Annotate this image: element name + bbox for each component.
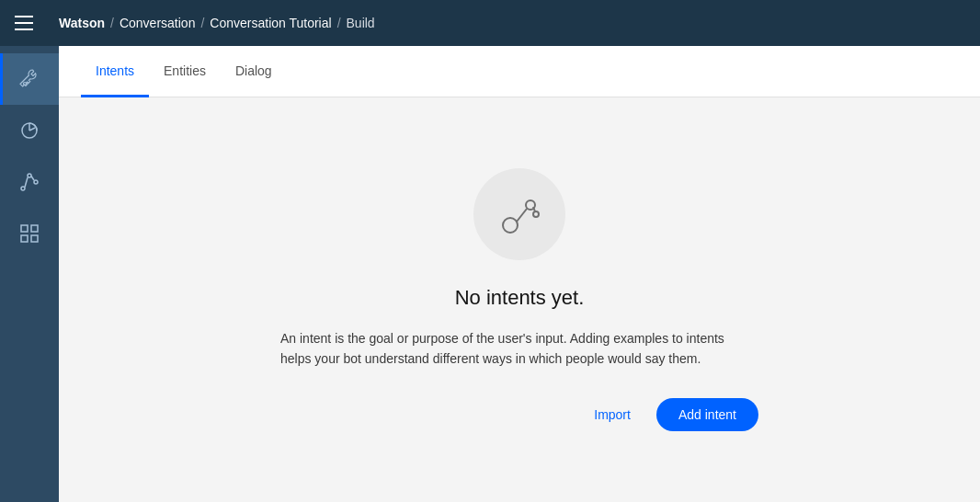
svg-line-16 [517,209,527,222]
svg-point-5 [28,174,31,177]
sidebar [0,46,59,502]
svg-rect-11 [21,235,28,242]
main-content: No intents yet. An intent is the goal or… [59,97,980,502]
empty-state: No intents yet. An intent is the goal or… [280,168,758,432]
analytics-icon [18,120,40,142]
hamburger-menu[interactable] [15,8,44,38]
breadcrumb-build: Build [347,16,375,30]
tab-entities[interactable]: Entities [149,46,221,97]
svg-point-0 [24,83,27,86]
breadcrumb-sep-3: / [337,16,341,30]
tab-dialog[interactable]: Dialog [221,46,287,97]
svg-rect-9 [21,225,28,232]
tabs-bar: Intents Entities Dialog [59,46,980,97]
svg-line-7 [25,177,28,188]
graph-icon [18,171,40,193]
svg-rect-12 [31,235,38,242]
main-layout: Intents Entities Dialog [0,46,980,502]
topbar: Watson / Conversation / Conversation Tut… [0,0,980,46]
svg-point-15 [533,211,539,217]
svg-point-4 [21,187,25,190]
grid-icon [18,222,40,245]
empty-title: No intents yet. [455,286,585,310]
svg-point-6 [34,180,38,184]
sidebar-item-graph[interactable] [0,156,59,208]
add-intent-button[interactable]: Add intent [656,398,758,431]
action-row: Import Add intent [583,398,758,431]
import-button[interactable]: Import [583,400,642,429]
sidebar-item-tools[interactable] [0,53,59,105]
sidebar-item-analytics[interactable] [0,105,59,156]
breadcrumb-sep-1: / [110,16,114,30]
tools-icon [18,68,40,90]
content-area: Intents Entities Dialog [59,46,980,502]
breadcrumb-tutorial[interactable]: Conversation Tutorial [210,16,331,30]
breadcrumb: Watson / Conversation / Conversation Tut… [59,16,375,30]
tab-intents[interactable]: Intents [81,46,149,97]
svg-line-8 [31,177,34,181]
breadcrumb-conversation[interactable]: Conversation [120,16,196,30]
svg-point-13 [503,218,518,233]
breadcrumb-sep-2: / [200,16,204,30]
svg-rect-10 [31,225,38,232]
sidebar-item-grid[interactable] [0,208,59,259]
empty-description: An intent is the goal or purpose of the … [280,328,758,370]
intents-placeholder-icon [492,187,547,242]
breadcrumb-watson[interactable]: Watson [59,16,105,30]
svg-line-3 [29,128,35,131]
empty-icon [473,168,565,260]
